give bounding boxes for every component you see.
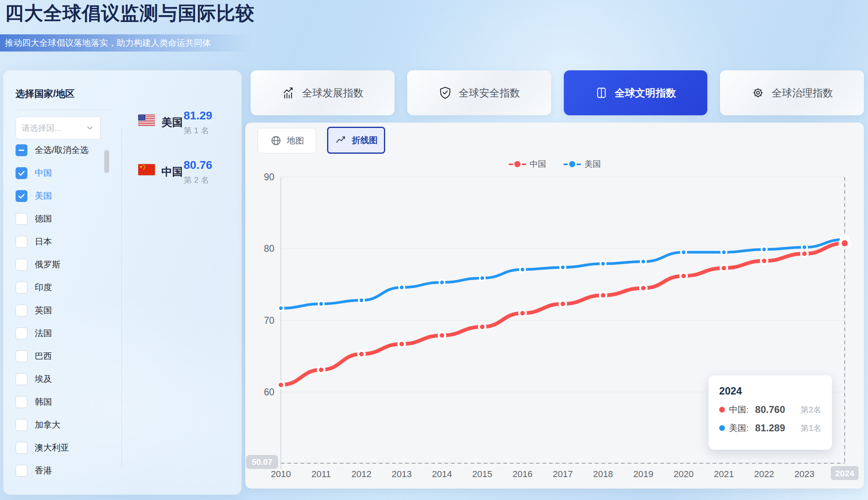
y-axis-label: 70	[264, 315, 274, 326]
data-point	[521, 268, 525, 271]
series-dot-icon	[719, 425, 725, 431]
country-row-4[interactable]: 俄罗斯	[16, 258, 110, 271]
data-point	[440, 280, 444, 284]
y-axis-label: 60	[264, 387, 274, 397]
checkbox[interactable]	[16, 190, 27, 202]
data-point	[722, 251, 726, 254]
checkbox[interactable]	[16, 236, 27, 248]
checkbox[interactable]	[16, 327, 27, 339]
divider	[121, 128, 122, 467]
ranking-country-name: 美国	[161, 115, 183, 130]
tooltip-series-name: 美国:	[729, 422, 749, 434]
country-row-2[interactable]: 德国	[16, 213, 110, 225]
checkbox[interactable]	[16, 213, 27, 225]
x-axis-label: 2018	[593, 469, 613, 479]
country-label: 英国	[35, 305, 52, 316]
country-label: 香港	[35, 465, 52, 476]
country-select[interactable]: 请选择国...	[16, 117, 101, 139]
country-row-8[interactable]: 巴西	[16, 350, 110, 362]
data-point	[803, 245, 806, 249]
x-axis-label: 2010	[271, 469, 291, 479]
us-flag-icon	[138, 114, 155, 126]
checkbox[interactable]	[16, 350, 27, 362]
tooltip-series-name: 中国:	[729, 404, 749, 415]
country-row-7[interactable]: 法国	[16, 327, 110, 339]
checkbox[interactable]	[16, 167, 27, 179]
ranking-values: 80.76第 2 名	[184, 159, 212, 186]
divider	[16, 110, 110, 110]
country-select-placeholder: 请选择国...	[22, 123, 61, 134]
ranking-country-name: 中国	[161, 165, 183, 179]
country-row-select-all[interactable]: 全选/取消全选	[16, 144, 110, 156]
tab-shield-check[interactable]: 全球安全指数	[407, 70, 551, 115]
data-point	[319, 368, 323, 372]
ranking-item: 中国80.76第 2 名	[138, 159, 212, 186]
tab-book[interactable]: 全球文明指数	[564, 70, 708, 115]
checkbox[interactable]	[16, 465, 27, 477]
country-label: 美国	[35, 190, 52, 202]
ranking-score: 81.29	[184, 110, 212, 122]
shield-check-icon	[438, 86, 452, 100]
data-point	[763, 248, 766, 251]
checkbox[interactable]	[16, 396, 27, 408]
country-label: 加拿大	[35, 419, 61, 430]
country-row-11[interactable]: 加拿大	[16, 419, 110, 431]
data-point	[480, 276, 484, 280]
checkbox[interactable]	[16, 419, 27, 431]
country-label: 全选/取消全选	[35, 144, 89, 156]
page-subtitle: 推动四大全球倡议落地落实，助力构建人类命运共同体	[5, 37, 211, 49]
cn-flag-icon	[138, 164, 155, 175]
checkbox[interactable]	[16, 282, 27, 294]
data-point	[359, 352, 364, 357]
indeterminate-checkbox[interactable]	[16, 144, 27, 156]
data-point	[682, 274, 686, 278]
data-point	[279, 383, 283, 387]
index-tabs: 全球发展指数全球安全指数全球文明指数全球治理指数	[251, 70, 864, 115]
country-row-3[interactable]: 日本	[16, 235, 110, 248]
country-label: 中国	[35, 167, 52, 179]
country-row-0[interactable]: 中国	[16, 167, 110, 179]
dashboard-page: 四大全球倡议监测与国际比较 推动四大全球倡议落地落实，助力构建人类命运共同体 选…	[0, 0, 868, 500]
series-dot-icon	[719, 407, 725, 413]
tooltip-series-value: 80.760	[755, 404, 785, 415]
tab-label: 全球文明指数	[615, 86, 676, 100]
ranking-item: 美国81.29第 1 名	[138, 110, 212, 136]
y-axis-label: 90	[264, 172, 274, 182]
country-row-9[interactable]: 埃及	[16, 373, 110, 385]
data-point	[399, 342, 404, 346]
checkbox[interactable]	[16, 259, 27, 271]
data-point	[319, 302, 323, 306]
country-panel: 选择国家/地区 请选择国... 全选/取消全选中国美国德国日本俄罗斯印度英国法国…	[3, 70, 242, 495]
x-axis-label: 2014	[432, 469, 452, 479]
country-label: 巴西	[35, 350, 52, 362]
checkbox[interactable]	[16, 305, 27, 316]
data-point	[480, 325, 484, 329]
ranking-values: 81.29第 1 名	[184, 110, 212, 136]
tooltip-series-rank: 第1名	[801, 423, 821, 434]
country-row-12[interactable]: 澳大利亚	[16, 442, 110, 454]
country-panel-heading: 选择国家/地区	[16, 87, 74, 100]
x-axis-label: 2011	[312, 469, 331, 479]
country-row-13[interactable]: 香港	[16, 464, 110, 477]
checkbox[interactable]	[16, 373, 27, 385]
data-point	[641, 260, 645, 263]
data-point	[682, 251, 686, 254]
scrollbar-thumb[interactable]	[104, 150, 109, 173]
data-point	[601, 262, 605, 266]
tooltip-row: 中国:80.760第2名	[719, 404, 821, 415]
tab-gear[interactable]: 全球治理指数	[720, 70, 864, 115]
country-row-10[interactable]: 韩国	[16, 396, 110, 408]
book-icon	[595, 86, 608, 99]
data-point	[561, 302, 565, 306]
checkbox[interactable]	[16, 442, 27, 454]
country-row-6[interactable]: 英国	[16, 304, 110, 316]
tab-trend-chart[interactable]: 全球发展指数	[251, 70, 395, 115]
data-point	[561, 265, 565, 269]
x-axis-label: 2017	[553, 469, 573, 479]
chart-tooltip: 2024 中国:80.760第2名美国:81.289第1名	[709, 375, 832, 450]
country-row-1[interactable]: 美国	[16, 190, 110, 202]
country-row-5[interactable]: 印度	[16, 281, 110, 294]
series-line-美国	[281, 240, 845, 308]
gear-icon	[751, 86, 765, 100]
tab-label: 全球治理指数	[772, 86, 833, 100]
